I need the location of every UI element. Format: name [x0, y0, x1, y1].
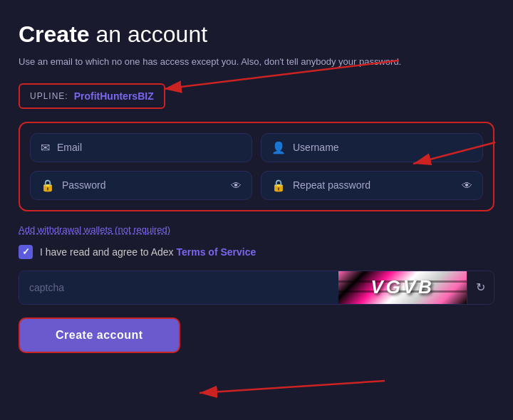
- terms-text: I have read and agree to Adex Terms of S…: [40, 246, 256, 258]
- email-field-wrapper: ✉: [30, 133, 252, 162]
- page-title: Create an account: [19, 21, 494, 48]
- password-input[interactable]: [62, 179, 224, 191]
- username-input[interactable]: [293, 142, 472, 153]
- create-account-button[interactable]: Create account: [19, 317, 180, 353]
- upline-label: UPLINE:: [30, 91, 68, 101]
- username-field-wrapper: 👤: [261, 133, 483, 162]
- password-toggle-icon[interactable]: 👁: [231, 179, 242, 191]
- add-wallets-link[interactable]: Add withdrawal wallets (not required): [19, 224, 170, 235]
- email-icon: ✉: [41, 141, 50, 154]
- fields-container: ✉ 👤 🔒 👁 🔒 👁: [19, 122, 494, 211]
- captcha-image: VGVB: [338, 271, 467, 304]
- upline-box: UPLINE: ProfitHuntersBIZ: [19, 83, 165, 109]
- lock-repeat-icon: 🔒: [271, 179, 286, 192]
- password-field-wrapper: 🔒 👁: [30, 171, 252, 200]
- repeat-password-toggle-icon[interactable]: 👁: [462, 179, 472, 191]
- email-input[interactable]: [57, 142, 242, 153]
- captcha-display-text: VGVB: [370, 276, 435, 298]
- lock-icon: 🔒: [41, 179, 55, 192]
- terms-checkbox[interactable]: [19, 245, 33, 259]
- svg-line-3: [200, 381, 385, 393]
- upline-value: ProfitHuntersBIZ: [74, 90, 154, 102]
- user-icon: 👤: [271, 141, 286, 154]
- captcha-input[interactable]: [19, 271, 338, 304]
- captcha-row: VGVB ↻: [19, 271, 494, 305]
- terms-link[interactable]: Terms of Service: [176, 246, 256, 258]
- terms-row: I have read and agree to Adex Terms of S…: [19, 245, 494, 259]
- captcha-refresh-button[interactable]: ↻: [467, 271, 494, 304]
- subtitle-text: Use an email to which no one has access …: [19, 55, 494, 69]
- repeat-password-field-wrapper: 🔒 👁: [261, 171, 483, 200]
- repeat-password-input[interactable]: [293, 179, 455, 191]
